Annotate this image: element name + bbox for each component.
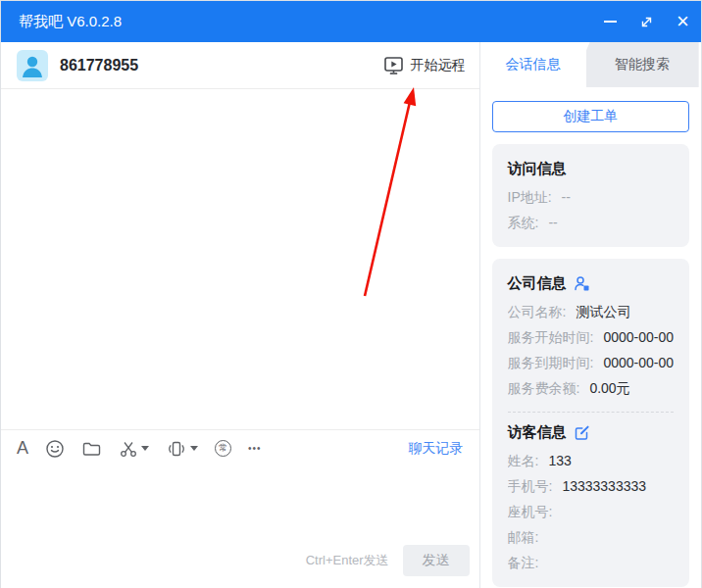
- visitor-info-title: 访客信息: [508, 423, 674, 442]
- more-icon[interactable]: •••: [248, 443, 262, 454]
- chat-header: 861778955 开始远程: [1, 42, 479, 89]
- visit-info-card: 访问信息 IP地址: -- 系统: --: [492, 144, 689, 247]
- info-row-service-start: 服务开始时间: 0000-00-00: [508, 324, 674, 350]
- info-row-ip: IP地址: --: [508, 184, 674, 210]
- company-visitor-card: 公司信息 公司名称: 测试公司: [492, 259, 689, 587]
- chat-message-area[interactable]: [1, 89, 479, 429]
- visit-info-title: 访问信息: [508, 160, 674, 178]
- common-phrases-icon[interactable]: 常: [215, 440, 231, 457]
- dashed-divider: [508, 412, 674, 413]
- info-row-service-balance: 服务费余额: 0.00元: [508, 375, 674, 401]
- app-window: 帮我吧 V6.0.2.8 ×: [0, 0, 702, 588]
- window-controls: ×: [592, 1, 701, 42]
- info-row-service-expire: 服务到期时间: 0000-00-00: [508, 350, 674, 375]
- info-row-name: 姓名: 133: [508, 448, 674, 473]
- edit-company-user-icon[interactable]: [574, 275, 590, 292]
- close-icon: ×: [677, 11, 689, 32]
- info-row-remark: 备注:: [508, 550, 674, 575]
- minimize-button[interactable]: [592, 1, 628, 42]
- sidebar-content: 创建工单 访问信息 IP地址: -- 系统: -- 公司: [480, 87, 701, 588]
- screenshot-caret-icon: [141, 446, 149, 451]
- create-ticket-button[interactable]: 创建工单: [492, 101, 689, 132]
- shake-caret-icon: [190, 446, 198, 451]
- info-row-landline: 座机号:: [508, 499, 674, 524]
- window-title: 帮我吧 V6.0.2.8: [1, 13, 592, 31]
- maximize-icon: [639, 15, 654, 29]
- info-row-email: 邮箱:: [508, 524, 674, 550]
- minimize-icon: [604, 21, 617, 23]
- avatar: [17, 50, 48, 81]
- session-sidebar: 智能搜索 会话信息 创建工单 访问信息 IP地址: -- 系统: --: [480, 42, 701, 588]
- titlebar: 帮我吧 V6.0.2.8 ×: [1, 1, 701, 42]
- chat-panel: 861778955 开始远程 A: [1, 42, 480, 588]
- info-row-system: 系统: --: [508, 210, 674, 235]
- chat-toolbar: A: [1, 429, 479, 466]
- chat-history-link[interactable]: 聊天记录: [409, 440, 464, 458]
- info-row-company-name: 公司名称: 测试公司: [508, 299, 674, 324]
- info-row-mobile: 手机号: 13333333333: [508, 473, 674, 499]
- visitor-id: 861778955: [60, 57, 383, 74]
- emoji-icon[interactable]: [45, 439, 65, 459]
- tab-session-info[interactable]: 会话信息: [480, 42, 586, 87]
- person-icon: [17, 50, 48, 81]
- remote-screen-play-icon: [383, 55, 404, 75]
- close-button[interactable]: ×: [665, 1, 701, 42]
- start-remote-button[interactable]: 开始远程: [383, 55, 466, 75]
- edit-visitor-icon[interactable]: [574, 424, 590, 441]
- font-style-icon[interactable]: A: [17, 438, 28, 459]
- screenshot-scissors-icon[interactable]: [119, 439, 149, 459]
- sidebar-tabs: 智能搜索 会话信息: [480, 42, 701, 87]
- send-button[interactable]: 发送: [403, 545, 470, 576]
- send-file-folder-icon[interactable]: [81, 439, 102, 459]
- maximize-button[interactable]: [628, 1, 665, 42]
- send-shortcut-hint: Ctrl+Enter发送: [306, 552, 389, 569]
- chat-input-area: Ctrl+Enter发送 发送: [1, 466, 479, 588]
- company-info-title: 公司信息: [508, 274, 674, 293]
- shake-phone-icon[interactable]: [166, 439, 198, 459]
- start-remote-label: 开始远程: [411, 57, 466, 74]
